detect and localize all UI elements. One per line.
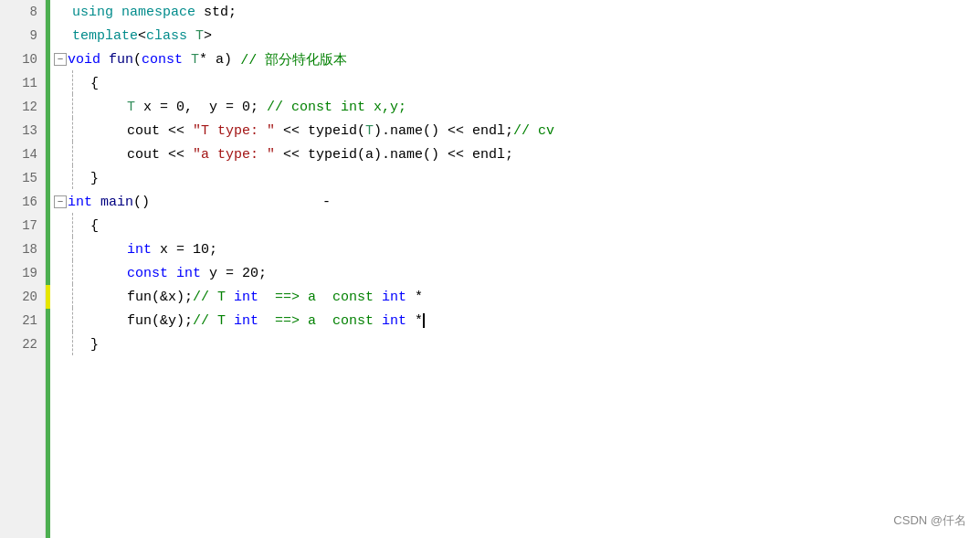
code-line-9: template<class T> [54,24,980,47]
ln-12: 12 [0,95,45,119]
code-line-17: { [54,214,980,237]
ln-20: 20 [0,285,45,309]
code-line-22: } [54,332,980,356]
code-line-18: int x = 10; [54,237,980,261]
code-line-11: { [54,71,980,95]
code-line-10: − void fun(const T* a) // 部分特化版本 [54,47,980,71]
fold-icon-16[interactable]: − [54,195,67,208]
code-content: using namespace std; template<class T> −… [50,0,980,538]
ln-13: 13 [0,119,45,142]
watermark: CSDN @仟名 [893,512,966,529]
code-editor: 8 9 10 11 12 13 14 15 16 17 18 19 20 21 … [0,0,980,538]
line-numbers: 8 9 10 11 12 13 14 15 16 17 18 19 20 21 … [0,0,46,538]
ln-9: 9 [0,24,45,47]
ln-11: 11 [0,71,45,95]
ln-21: 21 [0,309,45,332]
code-line-19: const int y = 20; [54,261,980,285]
ln-8: 8 [0,0,45,24]
code-line-12: T x = 0, y = 0; // const int x,y; [54,95,980,119]
code-line-20: fun(&x);// T int ==> a const int * [54,285,980,309]
code-line-13: cout << "T type: " << typeid(T).name() <… [54,119,980,142]
ln-15: 15 [0,166,45,190]
code-line-14: cout << "a type: " << typeid(a).name() <… [54,142,980,166]
ln-10: 10 [0,47,45,71]
ln-22: 22 [0,332,45,356]
code-line-16: − int main() - [54,190,980,214]
ln-19: 19 [0,261,45,285]
fold-icon-10[interactable]: − [54,53,67,66]
ln-17: 17 [0,214,45,237]
code-line-21: fun(&y);// T int ==> a const int * [54,309,980,332]
ln-14: 14 [0,142,45,166]
code-line-8: using namespace std; [54,0,980,24]
ln-18: 18 [0,237,45,261]
code-line-15: } [54,166,980,190]
ln-16: 16 [0,190,45,214]
